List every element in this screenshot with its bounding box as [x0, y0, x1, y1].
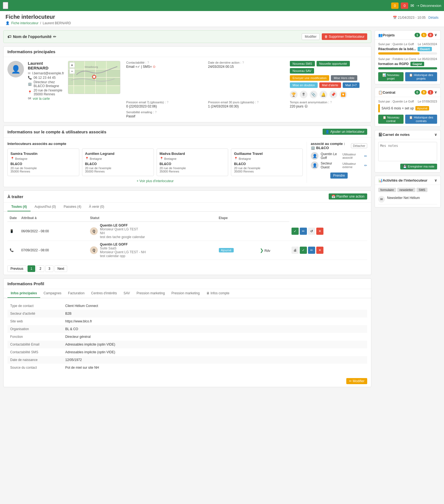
planifier-action-btn[interactable]: 📅 Planifier une action: [329, 193, 367, 200]
previous-btn[interactable]: Previous: [7, 265, 26, 272]
projets-chevron[interactable]: ∨: [434, 33, 437, 37]
profil-tab-infos[interactable]: Infos principales: [7, 289, 40, 298]
notes-chevron[interactable]: ∨: [434, 133, 437, 137]
paperclip-icon[interactable]: 📎: [310, 91, 317, 98]
opportunity-icon: 🏷: [7, 34, 11, 39]
profil-tab-pression2[interactable]: Pression marketing: [168, 289, 203, 298]
voir-plus[interactable]: + Voir plus d'interlocuteur: [7, 179, 303, 183]
pression7-field: Pression email 7j (glissants) : ? 0 (22/…: [126, 101, 204, 108]
row0-refresh-btn[interactable]: ↺: [308, 228, 315, 235]
contrat-chevron[interactable]: ∨: [434, 90, 437, 95]
contact-map-row[interactable]: 🗺 voir la carte: [28, 97, 64, 101]
tag-newsletter[interactable]: newsletter: [397, 188, 415, 192]
nouveau-sav-btn[interactable]: Nouveau SAV: [290, 68, 314, 74]
row1-print-btn[interactable]: 🖨: [292, 247, 299, 254]
next-btn[interactable]: Next: [55, 265, 67, 272]
project-row-1: Suivi par : Frédéric Le Corre Le 05/02/2…: [378, 57, 437, 69]
tab-toutes[interactable]: Toutes (4): [7, 203, 31, 211]
svg-text:Strasbourg: Strasbourg: [85, 65, 98, 68]
pin-icon[interactable]: 📌: [329, 91, 337, 98]
notes-textarea[interactable]: [378, 142, 437, 161]
pression30-help[interactable]: ?: [257, 101, 258, 104]
tag-formulaire[interactable]: formulaire: [378, 188, 396, 192]
nouveau-projet-btn[interactable]: 📊 Nouveau projet: [378, 72, 404, 81]
medal-icon[interactable]: 🎖: [300, 91, 307, 98]
assoc-title: associé au compte : 🏢 BL&CO Détacher: [311, 142, 367, 150]
filter-icon[interactable]: 🔽: [339, 91, 347, 98]
historique-projets-btn[interactable]: 📋 Historique des projets: [405, 72, 437, 81]
row1-edit-btn[interactable]: ✏: [308, 247, 315, 254]
profil-label-7: Date de naissance: [7, 356, 62, 364]
map-zoom-out[interactable]: −: [69, 68, 75, 74]
contactabilite-field: Contactabilité : ? Email =✓ | SMS= ⊙: [126, 61, 204, 98]
red-badge-btn[interactable]: 0: [401, 2, 408, 9]
breadcrumb-link1[interactable]: Fiche interlocuteur: [11, 21, 39, 25]
bell-icon[interactable]: 🔔: [320, 91, 327, 98]
profil-modifier-btn[interactable]: ✏ Modifier: [346, 378, 367, 384]
orange-badge-btn[interactable]: 0: [391, 2, 399, 9]
profil-tab-pression1[interactable]: Pression marketing: [133, 289, 168, 298]
page-btn-1[interactable]: 1: [28, 265, 36, 272]
nouvelle-opp-btn[interactable]: Nouvelle opportunité: [317, 61, 350, 66]
interlo-card-3: Guillaume Travel 📍 Bretagne BL&CO 20 rue…: [231, 149, 303, 176]
mail-icon-btn[interactable]: ✉: [410, 3, 414, 8]
add-interlocuteur-btn[interactable]: 👤 Ajouter un interlocuteur: [323, 129, 367, 135]
derniere-action-help[interactable]: ?: [242, 61, 244, 64]
prendre-btn[interactable]: Prendre: [330, 173, 348, 179]
tab-aujourdhui[interactable]: Aujourd'hui (0): [31, 203, 60, 211]
pression7-help[interactable]: ?: [167, 101, 168, 104]
row0-edit-btn[interactable]: ✏: [300, 228, 307, 235]
contactabilite-help[interactable]: ?: [147, 61, 149, 64]
page-btn-3[interactable]: 3: [45, 265, 53, 272]
edit-opportunity-btn[interactable]: ✏: [53, 34, 56, 39]
trophy-icon[interactable]: 🏆: [290, 91, 298, 98]
details-link[interactable]: Détails: [428, 16, 438, 20]
assoc-avatar-1: 👤: [311, 161, 318, 169]
historique-contrats-btn[interactable]: 📋 Historique des contrats: [405, 115, 437, 124]
map-zoom-in[interactable]: +: [69, 62, 75, 68]
profil-tab-infos-compte[interactable]: 🖥 Infos compte: [203, 289, 233, 298]
assoc-edit-1[interactable]: ✏: [364, 163, 367, 168]
row1-avatar: Q: [90, 246, 98, 254]
row0-check-btn[interactable]: ✓: [292, 228, 299, 235]
col-etape: Etape: [217, 214, 258, 222]
view-map-link[interactable]: voir la carte: [33, 97, 50, 101]
mail-alerte-btn[interactable]: Mail d'alerte: [319, 82, 341, 88]
sensibilite-help[interactable]: ?: [155, 110, 157, 114]
enregistrer-note-btn[interactable]: 💾 Enregistrer ma note: [400, 164, 437, 169]
disconnect-btn[interactable]: ⇢ Déconnexion: [416, 4, 441, 8]
derniere-action-field: Date de dernière action : ? 24/03/2024 0…: [208, 61, 285, 98]
row1-delete-btn[interactable]: ✕: [316, 247, 323, 254]
map-controls[interactable]: + −: [69, 62, 75, 74]
profil-tab-sav[interactable]: SAV: [120, 289, 133, 298]
profil-tab-centres[interactable]: Centres d'intérêts: [88, 289, 120, 298]
projets-card: 👥 Projets 1 1 0 ∨ Suivi par : Quentin Le…: [375, 30, 441, 84]
modifier-btn[interactable]: Modifier: [302, 33, 320, 40]
assoc-row-0: 👤 Quentin Le Goff Utilisateur associé ✏: [311, 152, 367, 160]
tag-sms[interactable]: SMS: [416, 188, 427, 192]
mise-hors-cible-btn[interactable]: Mise Hors cible: [331, 75, 357, 81]
nouveau-contrat-btn[interactable]: 📋 Nouveau contrat: [378, 115, 404, 124]
profil-tab-facturation[interactable]: Facturation: [65, 289, 88, 298]
detach-btn[interactable]: Détacher: [351, 143, 367, 148]
assoc-edit-0[interactable]: ✏: [364, 154, 367, 158]
profil-header: Informations Profil: [4, 279, 371, 289]
page-meta: 📅 21/04/2023 - 10:05 Détails: [393, 16, 438, 20]
nouveau-sms-btn[interactable]: Nouveau SMS: [290, 61, 315, 66]
tab-passees[interactable]: Passées (4): [60, 203, 85, 211]
anonymisation-help[interactable]: ?: [330, 101, 332, 104]
menu-icon[interactable]: ☰: [3, 2, 8, 9]
envoyer-modif-btn[interactable]: Envoyer une modification: [290, 75, 329, 81]
row1-check-btn[interactable]: ✓: [300, 247, 307, 254]
mail-j7-btn[interactable]: Mail J+7: [343, 82, 359, 88]
page-btn-2[interactable]: 2: [36, 265, 44, 272]
supprimer-btn[interactable]: 🗑 Supprimer l'interlocuteur: [322, 33, 367, 40]
projets-icon: 👥: [378, 33, 383, 37]
mise-en-doublon-btn[interactable]: Mise en doublon: [290, 82, 318, 88]
activites-chevron[interactable]: ∨: [434, 178, 437, 182]
tab-avenir[interactable]: À venir (0): [85, 203, 108, 211]
profil-tab-campagnes[interactable]: Campagnes: [40, 289, 65, 298]
notes-card: 📓 Carnet de notes ∨ 💾 Enregistrer ma not…: [375, 130, 441, 173]
row1-etape: ❯ Rdv: [258, 241, 289, 260]
row0-delete-btn[interactable]: ✕: [316, 228, 323, 235]
